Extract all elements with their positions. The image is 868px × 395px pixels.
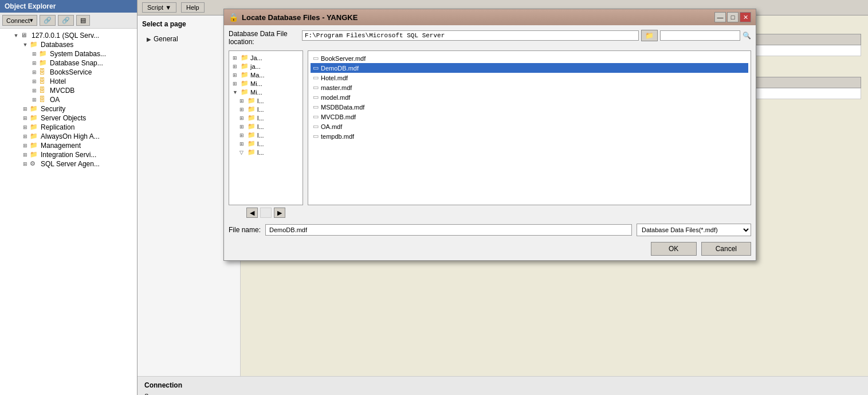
expand-dbsnap[interactable]: ⊞ xyxy=(30,60,39,66)
expand-serverobjects[interactable]: ⊞ xyxy=(21,115,30,121)
hotel-db-icon: 🗄 xyxy=(39,77,48,85)
expand-server[interactable]: ▼ xyxy=(11,33,21,38)
tree-node-alwayson[interactable]: ⊞ 📁 AlwaysOn High A... xyxy=(0,132,137,141)
file-tree-item[interactable]: ⊞ 📁 ja... xyxy=(231,62,300,71)
file-tree-item[interactable]: ⊞ 📁 Mi... xyxy=(231,79,300,88)
expand-databases[interactable]: ▼ xyxy=(21,42,30,48)
expand-hotel[interactable]: ⊞ xyxy=(30,79,39,84)
ok-button[interactable]: OK xyxy=(651,242,697,256)
file-tree-item[interactable]: ⊞ 📁 l... xyxy=(231,114,300,122)
expand-replication[interactable]: ⊞ xyxy=(21,124,30,130)
expand-mvcdb[interactable]: ⊞ xyxy=(30,88,39,93)
tree-node-booksservice[interactable]: ⊞ 🗄 BooksService xyxy=(0,68,137,77)
dialog-titlebar: 🔒 Locate Database Files - YANGKE — □ ✕ xyxy=(224,9,756,25)
file-list-item-mvcdb[interactable]: ▭ MVCDB.mdf xyxy=(311,112,748,122)
toolbar-btn-3[interactable]: ▤ xyxy=(76,15,90,26)
connection-info: Server: 127.0.0.1 Connection: YANGKE\hom… xyxy=(144,393,861,395)
tree-node-integration[interactable]: ⊞ 📁 Integration Servi... xyxy=(0,150,137,159)
tree-node-databases[interactable]: ▼ 📁 Databases xyxy=(0,40,137,49)
file-tree-item[interactable]: ⊞ 📁 l... xyxy=(231,96,300,105)
file-tree-item[interactable]: ▽ 📁 l... xyxy=(231,148,300,157)
search-input[interactable] xyxy=(660,30,740,41)
booksservice-label: BooksService xyxy=(50,68,92,76)
file-list-item-demodb[interactable]: ▭ DemoDB.mdf xyxy=(311,63,748,73)
browse-button[interactable]: 📁 xyxy=(641,30,658,41)
path-input[interactable] xyxy=(302,30,639,41)
tree-node-mvcdb[interactable]: ⊞ 🗄 MVCDB xyxy=(0,86,137,95)
file-list-item-hotel[interactable]: ▭ Hotel.mdf xyxy=(311,73,748,83)
file-list-item-model[interactable]: ▭ model.mdf xyxy=(311,92,748,102)
expand-systemdb[interactable]: ⊞ xyxy=(30,51,39,57)
script-button[interactable]: Script ▼ xyxy=(142,2,176,13)
object-explorer: Object Explorer Connect ▾ 🔗 🔗 ▤ ▼ 🖥 127.… xyxy=(0,0,138,395)
connect-button[interactable]: Connect ▾ xyxy=(2,15,37,26)
tree-node-serverobjects[interactable]: ⊞ 📁 Server Objects xyxy=(0,114,137,123)
file-tree-item[interactable]: ⊞ 📁 Ja... xyxy=(231,53,300,62)
mvcdb-label: MVCDB xyxy=(50,87,74,95)
file-icon: ▭ xyxy=(313,64,319,72)
file-list-item-master[interactable]: ▭ master.mdf xyxy=(311,83,748,92)
oe-toolbar: Connect ▾ 🔗 🔗 ▤ xyxy=(0,13,137,29)
page-item-general[interactable]: ▶ General xyxy=(142,33,235,45)
toolbar-btn-2[interactable]: 🔗 xyxy=(58,15,74,26)
connect-label: Connect xyxy=(6,17,30,24)
file-icon: ▭ xyxy=(313,74,319,81)
maximize-button[interactable]: □ xyxy=(727,12,739,22)
file-tree-item[interactable]: ▼ 📁 Mi... xyxy=(231,88,300,96)
file-tree-item[interactable]: ⊞ 📁 l... xyxy=(231,105,300,114)
expand-security[interactable]: ⊞ xyxy=(21,106,30,112)
expand-icon: ▼ xyxy=(233,89,241,95)
help-button[interactable]: Help xyxy=(181,2,205,13)
file-tree-item[interactable]: ⊞ 📁 Ma... xyxy=(231,71,300,79)
item-label: Ma... xyxy=(250,72,264,79)
file-list-item-bookserver[interactable]: ▭ BookServer.mdf xyxy=(311,53,748,63)
dialog-title-left: 🔒 Locate Database Files - YANGKE xyxy=(229,13,358,22)
folder-icon: 📁 xyxy=(248,114,256,122)
cancel-button[interactable]: Cancel xyxy=(701,242,751,256)
close-button[interactable]: ✕ xyxy=(740,12,751,22)
item-label: l... xyxy=(257,149,264,156)
file-list-item-tempdb[interactable]: ▭ tempdb.mdf xyxy=(311,131,748,141)
file-tree-item[interactable]: ⊞ 📁 l... xyxy=(231,139,300,148)
filename-input[interactable] xyxy=(265,224,632,236)
expand-integration[interactable]: ⊞ xyxy=(21,152,30,158)
expand-icon: ⊞ xyxy=(239,98,248,104)
expand-management[interactable]: ⊞ xyxy=(21,143,30,148)
file-list-item-oa[interactable]: ▭ OA.mdf xyxy=(311,122,748,131)
tree-node-management[interactable]: ⊞ 📁 Management xyxy=(0,141,137,150)
tree-node-security[interactable]: ⊞ 📁 Security xyxy=(0,104,137,114)
expand-icon: ⊞ xyxy=(239,132,248,138)
file-list-item-msdbdata[interactable]: ▭ MSDBData.mdf xyxy=(311,102,748,112)
tree-node-hotel[interactable]: ⊞ 🗄 Hotel xyxy=(0,77,137,86)
expand-sqlagent[interactable]: ⊞ xyxy=(21,161,30,167)
minimize-button[interactable]: — xyxy=(714,12,726,22)
file-tree-item[interactable]: ⊞ 📁 l... xyxy=(231,122,300,131)
expand-icon: ⊞ xyxy=(239,141,248,147)
filename-label: File name: xyxy=(229,226,261,234)
tree-node-oa[interactable]: ⊞ 🗄 OA xyxy=(0,95,137,104)
expand-booksservice[interactable]: ⊞ xyxy=(30,69,39,75)
tree-node-sqlagent[interactable]: ⊞ ⚙ SQL Server Agen... xyxy=(0,159,137,169)
expand-alwayson[interactable]: ⊞ xyxy=(21,134,30,139)
toolbar-btn-1[interactable]: 🔗 xyxy=(40,15,56,26)
filetype-select[interactable]: Database Data Files(*.mdf) xyxy=(637,224,751,236)
nav-left-button[interactable]: ◀ xyxy=(246,208,258,218)
nav-right-button[interactable]: ▶ xyxy=(274,208,285,218)
folder-icon: 📁 xyxy=(248,148,256,156)
expand-icon: ⊞ xyxy=(233,64,241,69)
tree-node-dbsnap[interactable]: ⊞ 📁 Database Snap... xyxy=(0,58,137,68)
tree-node-systemdb[interactable]: ⊞ 📁 System Databas... xyxy=(0,49,137,58)
folder-icon: 📁 xyxy=(248,105,256,113)
server-label-text: Server: xyxy=(144,393,164,395)
tree-node-server[interactable]: ▼ 🖥 127.0.0.1 (SQL Serv... xyxy=(0,31,137,40)
connection-title: Connection xyxy=(144,381,861,389)
dialog-icon: 🔒 xyxy=(229,13,238,22)
expand-oa[interactable]: ⊞ xyxy=(30,97,39,103)
management-folder-icon: 📁 xyxy=(30,142,39,150)
file-tree-item[interactable]: ⊞ 📁 l... xyxy=(231,131,300,139)
tree-node-replication[interactable]: ⊞ 📁 Replication xyxy=(0,123,137,132)
server-label: 127.0.0.1 (SQL Serv... xyxy=(32,32,99,40)
expand-icon: ⊞ xyxy=(239,107,248,112)
item-label: l... xyxy=(257,140,264,147)
serverobjects-label: Server Objects xyxy=(41,114,86,122)
